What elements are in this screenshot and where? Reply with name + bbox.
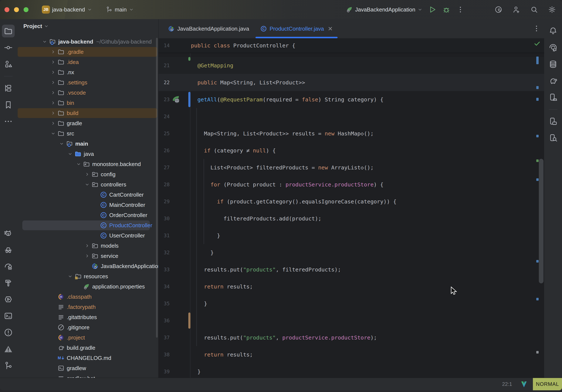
code-line-37[interactable]: 37 results.put("products", productServic… xyxy=(159,329,544,346)
error-stripe-mark[interactable] xyxy=(536,351,539,354)
chevron-right-icon[interactable] xyxy=(83,170,91,178)
chevron-down-icon[interactable] xyxy=(40,37,49,46)
running-devices-tool-button[interactable] xyxy=(548,117,558,126)
code-line-24[interactable]: 24 xyxy=(159,108,544,125)
tree-item--idea[interactable]: .idea xyxy=(17,57,158,67)
chevron-right-icon[interactable] xyxy=(83,252,91,260)
error-stripe-mark[interactable] xyxy=(536,298,539,300)
dependencies-tool-button[interactable] xyxy=(4,83,13,93)
chevron-down-icon[interactable] xyxy=(57,140,66,148)
code-with-me-icon[interactable] xyxy=(512,6,520,14)
project-tool-button[interactable] xyxy=(4,26,13,36)
tree-item-cartcontroller[interactable]: CCartController xyxy=(17,190,158,200)
error-stripe-mark[interactable] xyxy=(536,135,539,137)
tree-item--gitattributes[interactable]: .gitattributes xyxy=(17,312,158,322)
tree-item--settings[interactable]: .settings xyxy=(17,77,158,88)
vim-mode-badge[interactable]: NORMAL xyxy=(533,378,562,390)
code-line-30[interactable]: 30 filteredProducts.add(product); xyxy=(159,210,544,227)
tree-item-gradlew-bat[interactable]: gradlew.bat xyxy=(17,373,158,378)
structure-tool-button[interactable] xyxy=(4,59,13,69)
chevron-down-icon[interactable] xyxy=(49,129,57,138)
settings-gear-icon[interactable] xyxy=(548,6,556,14)
chevron-right-icon[interactable] xyxy=(49,68,57,77)
editor-scrollbar[interactable] xyxy=(539,159,543,283)
tree-item-usercontroller[interactable]: CUserController xyxy=(17,230,158,241)
tree-item-productcontroller[interactable]: CProductController xyxy=(17,220,158,230)
plugin-cat-tool-button[interactable] xyxy=(4,228,13,238)
error-stripe-mark[interactable] xyxy=(536,57,539,64)
code-line-31[interactable]: 31 } xyxy=(159,227,544,244)
code-line-36[interactable]: 36 xyxy=(159,312,544,329)
tree-item-java[interactable]: java xyxy=(17,149,158,159)
tree-item-build-gradle[interactable]: build.gradle xyxy=(17,343,158,353)
commit-tool-button[interactable] xyxy=(4,43,13,52)
chevron-right-icon[interactable] xyxy=(49,58,57,66)
project-widget[interactable]: JB java-backend xyxy=(42,6,92,14)
plugin-incognito-tool-button[interactable] xyxy=(4,245,13,254)
chevron-right-icon[interactable] xyxy=(49,109,57,117)
tree-item-resources[interactable]: resources xyxy=(17,271,158,282)
code-line-25[interactable]: 25 Map<String, List<Product>> results = … xyxy=(159,125,544,142)
code-line-29[interactable]: 29 if (product.getCategory().equalsIgnor… xyxy=(159,193,544,210)
tree-item-java-backend[interactable]: java-backend~/Github/java-backend xyxy=(17,36,158,47)
chevron-right-icon[interactable] xyxy=(49,99,57,107)
tree-item-gradle[interactable]: gradle xyxy=(17,118,158,128)
tree-item-src[interactable]: src xyxy=(17,128,158,139)
inspections-ok-icon[interactable] xyxy=(534,40,541,47)
code-line-35[interactable]: 35 } xyxy=(159,295,544,312)
tree-item-build[interactable]: build xyxy=(17,108,158,118)
spring-endpoint-icon[interactable] xyxy=(171,95,181,104)
chevron-right-icon[interactable] xyxy=(49,119,57,128)
error-stripe-mark[interactable] xyxy=(536,159,539,162)
chevron-right-icon[interactable] xyxy=(49,88,57,97)
close-window-button[interactable] xyxy=(4,7,9,12)
code-line-27[interactable]: 27 List<Product> filteredProducts = new … xyxy=(159,159,544,176)
code-line-34[interactable]: 34 return results; xyxy=(159,278,544,295)
branch-widget[interactable]: main xyxy=(105,6,134,13)
tree-item-monostore-backend[interactable]: monostore.backend xyxy=(17,159,158,169)
device-explorer-tool-button[interactable] xyxy=(548,133,558,143)
tree-item-gradlew[interactable]: gradlew xyxy=(17,363,158,373)
sticky-line[interactable]: 14 public class ProductController { xyxy=(159,38,544,53)
tree-item-ordercontroller[interactable]: COrderController xyxy=(17,210,158,220)
tree-item-changelog-md[interactable]: MCHANGELOG.md xyxy=(17,353,158,363)
ai-assistant-icon[interactable] xyxy=(494,6,503,14)
terminal-tool-button[interactable] xyxy=(4,311,13,321)
tree-item-maincontroller[interactable]: CMainController xyxy=(17,200,158,210)
tree-item-application-properties[interactable]: application.properties xyxy=(17,282,158,292)
ideavim-icon[interactable] xyxy=(520,380,528,388)
tree-item-controllers[interactable]: controllers xyxy=(17,179,158,190)
tree-item-service[interactable]: service xyxy=(17,251,158,261)
code-line-23[interactable]: 23 getAll(@RequestParam(required = false… xyxy=(159,91,544,108)
tree-item--factorypath[interactable]: .factorypath xyxy=(17,302,158,312)
tree-item-bin[interactable]: bin xyxy=(17,98,158,108)
tab-productcontroller-java[interactable]: CProductController.java✕ xyxy=(255,19,338,38)
tree-item-javabackendapplication[interactable]: JavaBackendApplication xyxy=(17,261,158,271)
code-line-22[interactable]: 22 public Map<String, List<Product>> xyxy=(159,74,544,91)
tree-item-models[interactable]: models xyxy=(17,241,158,251)
error-stripe-mark[interactable] xyxy=(536,178,539,181)
error-stripe-mark[interactable] xyxy=(536,98,539,101)
warnings-tool-button[interactable] xyxy=(4,344,13,354)
project-panel-header[interactable]: Project xyxy=(17,19,158,33)
tree-item-config[interactable]: config xyxy=(17,169,158,179)
database-tool-button[interactable] xyxy=(548,59,558,69)
code-line-33[interactable]: 33 results.put("products", filteredProdu… xyxy=(159,261,544,278)
build-tool-button[interactable] xyxy=(4,278,13,287)
code-line-39[interactable]: 39 } xyxy=(159,363,544,378)
chevron-right-icon[interactable] xyxy=(49,78,57,87)
code-editor[interactable]: 14 public class ProductController { 21 @… xyxy=(159,38,544,378)
caret-position[interactable]: 22:1 xyxy=(502,381,512,387)
tab-javabackendapplication-java[interactable]: JavaBackendApplication.java xyxy=(162,19,255,38)
notifications-tool-button[interactable] xyxy=(548,26,558,36)
error-stripe-mark[interactable] xyxy=(536,86,539,89)
chevron-down-icon[interactable] xyxy=(66,150,74,158)
minimize-window-button[interactable] xyxy=(14,7,19,12)
project-tree-scrollbar[interactable] xyxy=(156,38,158,338)
tree-item--gitignore[interactable]: .gitignore xyxy=(17,322,158,333)
more-tool-windows-tool-button[interactable] xyxy=(4,117,13,126)
chevron-right-icon[interactable] xyxy=(49,48,57,56)
ai-assistant-chat-tool-button[interactable] xyxy=(548,43,558,52)
chevron-right-icon[interactable] xyxy=(83,241,91,250)
code-line-38[interactable]: 38 return results; xyxy=(159,346,544,363)
